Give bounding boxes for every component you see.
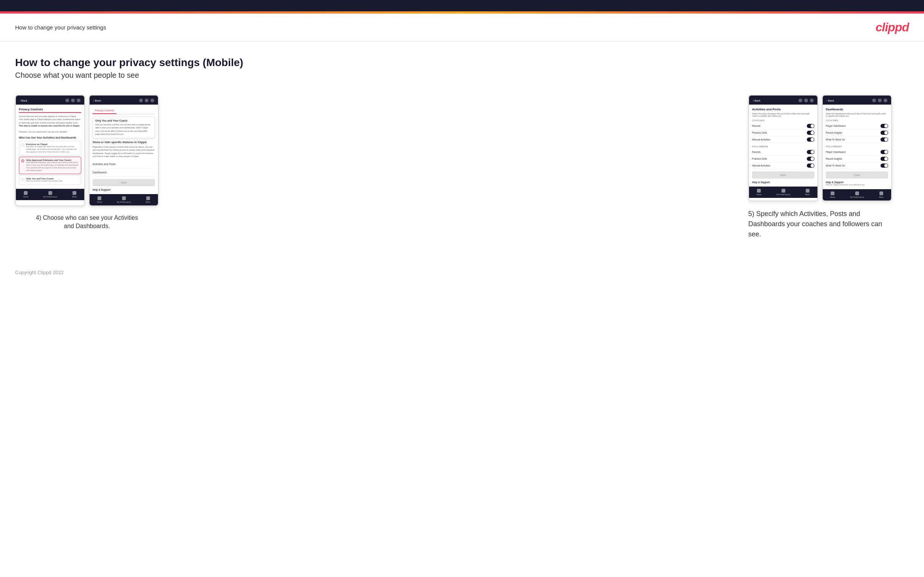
radio-approved [21, 160, 24, 162]
save-button-2[interactable]: Save [92, 179, 155, 186]
top-bar [0, 0, 924, 14]
back-button-4[interactable]: ‹ Back [827, 99, 834, 102]
screenshots-grid: ‹ Back Privacy Controls Control how you … [15, 95, 892, 239]
search-icon-3[interactable] [798, 98, 802, 102]
profile-icon[interactable] [71, 98, 75, 102]
left-caption: 4) Choose who can see your Activities an… [34, 214, 140, 231]
save-button-3[interactable]: Save [752, 171, 814, 179]
performance-icon-4 [855, 192, 859, 195]
right-caption: 5) Specify which Activities, Posts and D… [748, 209, 892, 239]
copyright: Copyright Clippd 2022 [15, 270, 64, 275]
menu-icon [73, 191, 76, 195]
screen-4-bottom-nav: Home My Performance Menu [823, 189, 891, 200]
menu-icon-4 [879, 192, 883, 195]
header-title: How to change your privacy settings [15, 24, 106, 31]
nav-home-3[interactable]: Home [757, 189, 761, 196]
privacy-controls-title: Privacy Controls [19, 108, 81, 113]
toggle-followers-rounds[interactable]: Rounds [752, 149, 814, 156]
page-header: How to change your privacy settings clip… [0, 14, 924, 42]
toggle-followers-player-dashboard[interactable]: Player Dashboard [826, 149, 888, 156]
privacy-controls-desc: Control how you and your data appears to… [19, 115, 81, 127]
settings-icon-2[interactable] [150, 98, 154, 102]
search-icon-2[interactable] [139, 98, 143, 102]
toggle-coaches-what-to-work[interactable]: What To Work On [826, 136, 888, 143]
toggle-switch-coaches-rounds[interactable] [807, 124, 814, 128]
screen-1-header: ‹ Back [16, 95, 84, 105]
back-button-1[interactable]: ‹ Back [19, 99, 27, 102]
screen-1-content: Privacy Controls Control how you and you… [16, 105, 84, 189]
nav-home-1[interactable]: Home [23, 191, 28, 198]
toggle-switch-followers-insights[interactable] [880, 157, 888, 161]
screen-2-header: ‹ Back [90, 95, 158, 105]
screen-3: ‹ Back Activities and Posts Select the t… [748, 95, 818, 201]
toggle-coaches-rounds[interactable]: Rounds [752, 123, 814, 129]
toggle-followers-manual[interactable]: Manual Activities [752, 162, 814, 169]
nav-performance-1[interactable]: My Performance [44, 191, 57, 198]
screen-2-tabs: Privacy Controls [92, 108, 155, 114]
dashboards-nav[interactable]: Dashboards › [92, 168, 155, 177]
performance-icon-2 [122, 197, 126, 200]
toggle-switch-followers-manual[interactable] [807, 163, 814, 168]
nav-menu-3[interactable]: Menu [805, 189, 810, 196]
settings-icon-4[interactable] [884, 98, 887, 102]
toggle-switch-coaches-work[interactable] [880, 137, 888, 142]
right-group: ‹ Back Activities and Posts Select the t… [748, 95, 892, 239]
profile-icon-4[interactable] [878, 98, 882, 102]
nav-menu-4[interactable]: Menu [879, 192, 884, 198]
right-screenshots: ‹ Back Activities and Posts Select the t… [748, 95, 892, 201]
toggle-switch-followers-work[interactable] [880, 163, 888, 168]
left-group: ‹ Back Privacy Controls Control how you … [15, 95, 159, 239]
save-button-4[interactable]: Save [826, 171, 888, 179]
back-button-2[interactable]: ‹ Back [93, 99, 101, 102]
home-icon-4 [831, 192, 834, 195]
toggle-switch-coaches-practice[interactable] [807, 131, 814, 135]
option-only-you[interactable]: Only You and Your Coach Only you and the… [19, 175, 81, 185]
option-everyone[interactable]: Everyone on Clippd Everyone on Clippd ca… [19, 141, 81, 156]
toggle-followers-what-to-work[interactable]: What To Work On [826, 162, 888, 169]
screen-3-header: ‹ Back [749, 95, 817, 105]
nav-performance-3[interactable]: My Performance [777, 189, 791, 196]
toggle-followers-practice[interactable]: Practice Drills [752, 156, 814, 162]
main-content: How to change your privacy settings (Mob… [0, 42, 907, 262]
toggle-coaches-round-insights[interactable]: Round Insights [826, 129, 888, 136]
toggle-switch-coaches-player[interactable] [880, 124, 888, 128]
toggle-switch-coaches-insights[interactable] [880, 131, 888, 135]
tab-privacy-controls[interactable]: Privacy Controls [92, 108, 116, 114]
nav-menu-2[interactable]: Menu [146, 197, 151, 203]
screen-1: ‹ Back Privacy Controls Control how you … [15, 95, 85, 206]
settings-icon-3[interactable] [810, 98, 814, 102]
nav-performance-2[interactable]: My Performance [117, 197, 131, 203]
search-icon[interactable] [65, 98, 69, 102]
screen-4-icons [872, 98, 887, 102]
performance-icon [48, 191, 52, 195]
radio-only-you [21, 178, 24, 181]
screen-1-icons [65, 98, 81, 102]
screen-2-icons [139, 98, 154, 102]
toggle-followers-round-insights[interactable]: Round Insights [826, 156, 888, 162]
profile-icon-2[interactable] [145, 98, 149, 102]
toggle-switch-coaches-manual[interactable] [807, 137, 814, 142]
screen-2-content: Privacy Controls Only You and Your Coach… [90, 105, 158, 194]
page-title: How to change your privacy settings (Mob… [15, 56, 892, 69]
settings-icon[interactable] [77, 98, 81, 102]
toggle-coaches-manual[interactable]: Manual Activities [752, 136, 814, 143]
nav-menu-1[interactable]: Menu [72, 191, 77, 198]
screen-4: ‹ Back Dashboards Select the dashboards … [822, 95, 892, 201]
profile-icon-3[interactable] [804, 98, 808, 102]
toggle-switch-followers-rounds[interactable] [807, 150, 814, 154]
activities-posts-nav[interactable]: Activities and Posts › [92, 160, 155, 168]
performance-icon-3 [782, 189, 785, 193]
toggle-coaches-practice[interactable]: Practice Drills [752, 129, 814, 136]
nav-home-2[interactable]: Home [97, 197, 102, 203]
back-button-3[interactable]: ‹ Back [753, 99, 760, 102]
nav-performance-4[interactable]: My Performance [850, 192, 864, 198]
option-approved-followers[interactable]: Only Approved Followers and Your Coach O… [19, 157, 81, 174]
screen-4-content: Dashboards Select the dashboards that yo… [823, 105, 891, 189]
nav-home-4[interactable]: Home [830, 192, 835, 198]
home-icon [24, 191, 27, 195]
screen-3-bottom-nav: Home My Performance Menu [749, 187, 817, 198]
toggle-switch-followers-player[interactable] [880, 150, 888, 154]
search-icon-4[interactable] [872, 98, 876, 102]
toggle-switch-followers-practice[interactable] [807, 157, 814, 161]
toggle-coaches-player-dashboard[interactable]: Player Dashboard [826, 123, 888, 129]
